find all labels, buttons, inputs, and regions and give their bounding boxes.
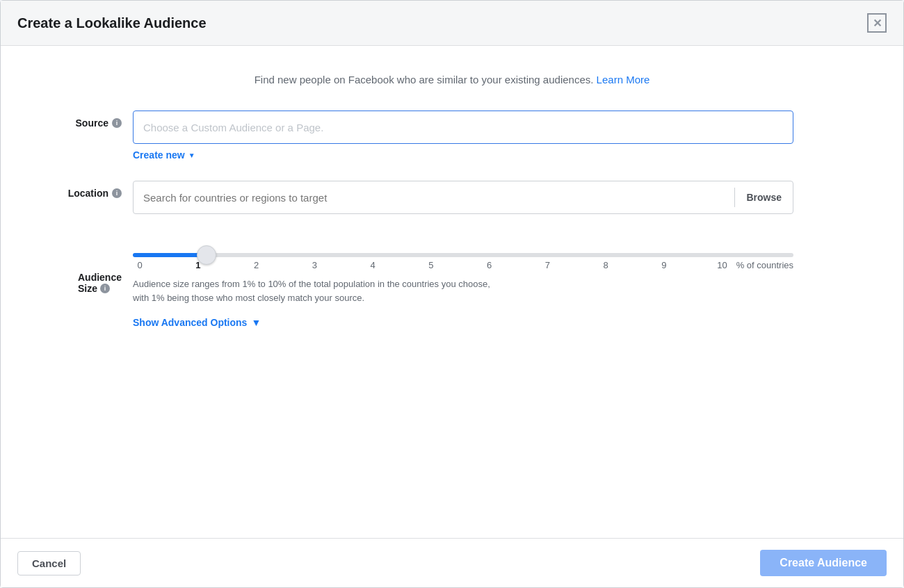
audience-size-section: Audience Size i (42, 234, 862, 329)
modal: Create a Lookalike Audience ✕ Find new p… (0, 0, 904, 588)
audience-size-label: Audience Size i (78, 269, 122, 294)
slider-label-6: 6 (483, 260, 497, 270)
subtitle: Find new people on Facebook who are simi… (42, 74, 862, 85)
audience-description: Audience size ranges from 1% to 10% of t… (133, 277, 793, 304)
create-audience-button[interactable]: Create Audience (760, 550, 887, 576)
slider-label-3: 3 (307, 260, 321, 270)
audience-size-row: Audience Size i (42, 234, 862, 329)
location-row: Location i Browse (42, 181, 862, 214)
source-label: Source i (42, 111, 133, 129)
show-advanced-options-button[interactable]: Show Advanced Options ▼ (133, 317, 261, 328)
location-label: Location i (42, 181, 133, 199)
modal-header: Create a Lookalike Audience ✕ (1, 1, 903, 46)
slider-label-0: 0 (133, 260, 147, 270)
slider-numbers-row: 0 1 2 3 4 5 6 7 8 9 10 % of countri (133, 260, 793, 270)
source-row: Source i Create new ▼ (42, 111, 862, 161)
slider-label-7: 7 (540, 260, 554, 270)
source-control: Create new ▼ (133, 111, 793, 161)
location-input[interactable] (134, 186, 734, 209)
slider-label-1: 1 (191, 260, 205, 270)
create-new-dropdown-icon: ▼ (188, 152, 195, 159)
slider-label-9: 9 (657, 260, 671, 270)
modal-footer: Cancel Create Audience (1, 538, 903, 587)
source-input[interactable] (133, 111, 793, 144)
source-info-icon[interactable]: i (112, 118, 122, 128)
browse-button[interactable]: Browse (735, 181, 793, 213)
slider-label-10: 10 (716, 260, 729, 270)
location-control: Browse (133, 181, 793, 214)
close-button[interactable]: ✕ (867, 13, 887, 33)
learn-more-link[interactable]: Learn More (597, 74, 650, 85)
audience-size-slider[interactable] (133, 253, 793, 257)
slider-label-4: 4 (366, 260, 380, 270)
modal-title: Create a Lookalike Audience (17, 15, 207, 31)
cancel-button[interactable]: Cancel (17, 551, 81, 575)
slider-section: 0 1 2 3 4 5 6 7 8 9 10 % of countri (133, 234, 793, 329)
modal-body: Find new people on Facebook who are simi… (1, 46, 903, 538)
percent-label: % of countries (736, 260, 793, 270)
location-info-icon[interactable]: i (112, 188, 122, 198)
slider-label-8: 8 (599, 260, 613, 270)
location-input-wrapper: Browse (133, 181, 793, 214)
audience-size-label-col: Audience Size i (42, 269, 133, 294)
create-new-button[interactable]: Create new ▼ (133, 149, 195, 161)
audience-size-info-icon[interactable]: i (100, 284, 110, 293)
slider-label-5: 5 (424, 260, 438, 270)
show-advanced-dropdown-icon: ▼ (251, 317, 261, 328)
slider-label-2: 2 (250, 260, 264, 270)
